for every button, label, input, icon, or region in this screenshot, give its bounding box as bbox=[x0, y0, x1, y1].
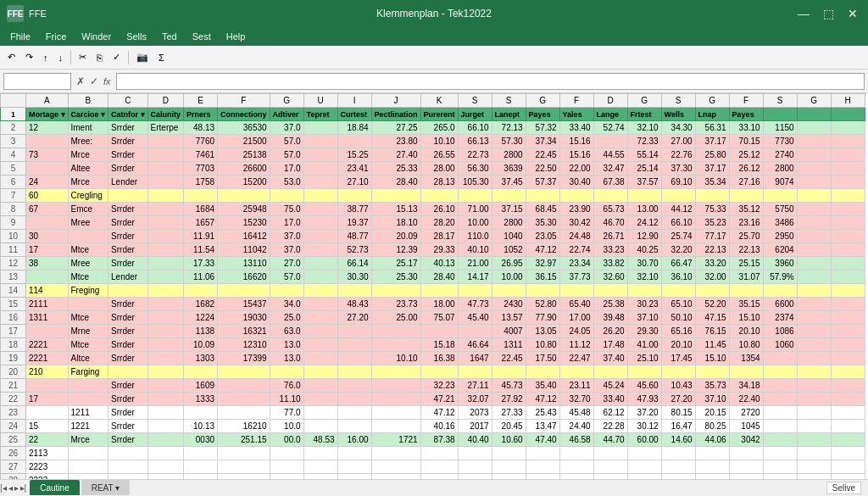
col-header-F[interactable]: F bbox=[218, 94, 270, 108]
cell-r14-c17[interactable]: 50.10 bbox=[661, 311, 695, 325]
cell-r19-c0[interactable] bbox=[26, 379, 69, 393]
cell-r18-c19[interactable] bbox=[729, 365, 763, 379]
cell-r5-c14[interactable] bbox=[559, 189, 593, 203]
cell-r7-c3[interactable] bbox=[147, 216, 184, 230]
cell-r2-c0[interactable]: 73 bbox=[26, 148, 69, 162]
cell-r0-c13[interactable]: 57.32 bbox=[526, 121, 559, 135]
cell-r3-c13[interactable]: 22.50 bbox=[526, 162, 559, 176]
cell-r3-c17[interactable]: 37.30 bbox=[661, 162, 695, 176]
cell-r16-c2[interactable]: Srrder bbox=[108, 338, 148, 352]
cell-r14-c11[interactable]: 45.40 bbox=[458, 311, 492, 325]
cell-r8-c7[interactable] bbox=[303, 230, 337, 243]
cell-r5-c18[interactable] bbox=[695, 189, 729, 203]
formula-input[interactable] bbox=[116, 73, 865, 90]
cell-r11-c18[interactable]: 32.00 bbox=[695, 270, 729, 284]
cell-r26-c14[interactable] bbox=[559, 474, 593, 480]
cell-r11-extra23[interactable] bbox=[831, 270, 865, 284]
cell-r7-c5[interactable]: 15230 bbox=[218, 216, 270, 230]
cell-r8-c16[interactable]: 12.90 bbox=[627, 230, 661, 243]
cell-r24-c18[interactable] bbox=[695, 447, 729, 460]
cell-r9-c17[interactable]: 32.20 bbox=[661, 243, 695, 257]
cell-r8-c18[interactable]: 77.17 bbox=[695, 230, 729, 243]
cell-r6-c14[interactable]: 23.90 bbox=[559, 203, 593, 216]
cell-r14-c19[interactable]: 15.10 bbox=[729, 311, 763, 325]
cell-r18-c6[interactable] bbox=[270, 365, 303, 379]
cell-r21-c17[interactable]: 80.15 bbox=[661, 406, 695, 420]
cell-r25-c16[interactable] bbox=[627, 460, 661, 474]
cell-r15-extra22[interactable] bbox=[797, 325, 831, 338]
cell-r13-c6[interactable]: 34.0 bbox=[270, 298, 303, 311]
cell-r22-extra23[interactable] bbox=[831, 420, 865, 433]
cell-r7-c17[interactable]: 66.10 bbox=[661, 216, 695, 230]
cell-r0-c9[interactable]: 27.25 bbox=[371, 121, 420, 135]
cell-r25-c1[interactable] bbox=[68, 460, 108, 474]
fx-cancel-icon[interactable]: ✗ bbox=[75, 75, 86, 87]
cell-r20-c10[interactable]: 47.21 bbox=[420, 393, 458, 406]
cell-r8-extra23[interactable] bbox=[831, 230, 865, 243]
cell-r1-c16[interactable]: 72.33 bbox=[627, 135, 661, 148]
cell-r25-c18[interactable] bbox=[695, 460, 729, 474]
cell-r6-c10[interactable]: 26.10 bbox=[420, 203, 458, 216]
cell-r12-c10[interactable] bbox=[420, 284, 458, 298]
cell-r5-c19[interactable] bbox=[729, 189, 763, 203]
cell-r26-c13[interactable] bbox=[526, 474, 559, 480]
cell-r22-c4[interactable]: 10.13 bbox=[184, 420, 218, 433]
cell-r21-c0[interactable] bbox=[26, 406, 69, 420]
cell-r26-c0[interactable]: 2223 bbox=[26, 474, 69, 480]
cell-r5-c15[interactable] bbox=[593, 189, 627, 203]
cell-r0-c0[interactable]: 12 bbox=[26, 121, 69, 135]
cell-r13-c9[interactable]: 23.73 bbox=[371, 298, 420, 311]
cell-r1-c3[interactable] bbox=[147, 135, 184, 148]
cell-r20-c2[interactable]: Srrder bbox=[108, 393, 148, 406]
cell-r12-c3[interactable] bbox=[147, 284, 184, 298]
cell-r17-c14[interactable]: 22.47 bbox=[559, 352, 593, 365]
cell-r9-c16[interactable]: 40.25 bbox=[627, 243, 661, 257]
cell-r3-c12[interactable]: 3639 bbox=[492, 162, 526, 176]
cell-r8-c15[interactable]: 26.71 bbox=[593, 230, 627, 243]
cell-r10-c5[interactable]: 13110 bbox=[218, 257, 270, 270]
cell-r5-c8[interactable] bbox=[337, 189, 371, 203]
cell-r16-c19[interactable]: 10.80 bbox=[729, 338, 763, 352]
cell-r21-c1[interactable]: 1211 bbox=[68, 406, 108, 420]
cell-r14-c16[interactable]: 37.10 bbox=[627, 311, 661, 325]
cell-r18-c2[interactable] bbox=[108, 365, 148, 379]
cell-r10-c0[interactable]: 38 bbox=[26, 257, 69, 270]
cell-r3-c14[interactable]: 22.00 bbox=[559, 162, 593, 176]
cell-r10-c15[interactable]: 33.82 bbox=[593, 257, 627, 270]
cell-r12-c0[interactable]: 114 bbox=[26, 284, 69, 298]
cell-r25-c7[interactable] bbox=[303, 460, 337, 474]
cell-r15-c0[interactable] bbox=[26, 325, 69, 338]
cell-r19-c5[interactable] bbox=[218, 379, 270, 393]
cell-r24-c10[interactable] bbox=[420, 447, 458, 460]
cell-r8-c20[interactable]: 2950 bbox=[763, 230, 797, 243]
col-header-G[interactable]: G bbox=[270, 94, 303, 108]
col-header-B[interactable]: B bbox=[68, 94, 108, 108]
cell-r23-c4[interactable]: 0030 bbox=[184, 433, 218, 447]
cell-r2-c18[interactable]: 25.80 bbox=[695, 148, 729, 162]
cell-r9-c15[interactable]: 33.23 bbox=[593, 243, 627, 257]
cell-r4-c16[interactable]: 37.57 bbox=[627, 176, 661, 189]
cell-r9-c14[interactable]: 22.74 bbox=[559, 243, 593, 257]
cell-r8-c12[interactable]: 1040 bbox=[492, 230, 526, 243]
cell-r2-c8[interactable]: 15.25 bbox=[337, 148, 371, 162]
cell-r24-c12[interactable] bbox=[492, 447, 526, 460]
cell-r14-c13[interactable]: 77.90 bbox=[526, 311, 559, 325]
cell-r14-c1[interactable]: Mtce bbox=[68, 311, 108, 325]
cell-r2-c7[interactable] bbox=[303, 148, 337, 162]
cell-r0-c3[interactable]: Erterpe bbox=[147, 121, 184, 135]
cell-r22-c8[interactable] bbox=[337, 420, 371, 433]
cell-r5-c7[interactable] bbox=[303, 189, 337, 203]
cell-r15-c9[interactable] bbox=[371, 325, 420, 338]
cell-r12-c5[interactable] bbox=[218, 284, 270, 298]
cell-r13-c1[interactable] bbox=[68, 298, 108, 311]
cell-r10-c1[interactable]: Mree bbox=[68, 257, 108, 270]
cell-r4-c6[interactable]: 53.0 bbox=[270, 176, 303, 189]
cell-r20-c0[interactable]: 17 bbox=[26, 393, 69, 406]
cell-r16-extra22[interactable] bbox=[797, 338, 831, 352]
cell-r8-c6[interactable]: 37.0 bbox=[270, 230, 303, 243]
cell-r14-extra23[interactable] bbox=[831, 311, 865, 325]
cell-r22-c3[interactable] bbox=[147, 420, 184, 433]
cell-r12-c11[interactable] bbox=[458, 284, 492, 298]
cell-r13-c4[interactable]: 1682 bbox=[184, 298, 218, 311]
cell-r1-extra23[interactable] bbox=[831, 135, 865, 148]
